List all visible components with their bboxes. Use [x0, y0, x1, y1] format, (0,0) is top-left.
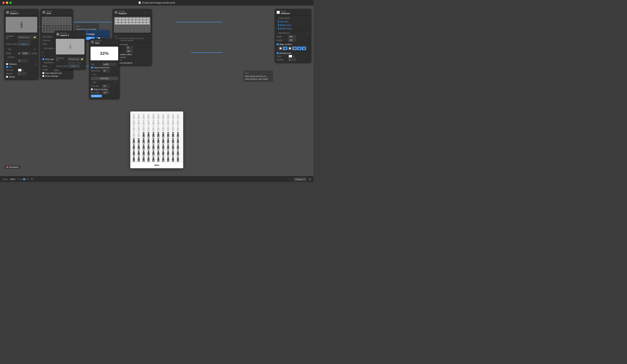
artboard-opacity-input[interactable]	[288, 58, 296, 61]
svg-point-75	[153, 120, 154, 121]
svg-point-283	[162, 150, 164, 152]
graphics-file-picker[interactable]: Person1.svg 📁	[18, 36, 37, 39]
text-check[interactable]: ✓	[111, 41, 114, 44]
align-left-btn[interactable]: ⬜	[278, 47, 283, 50]
svg-rect-50	[168, 118, 169, 119]
svg-rect-272	[148, 152, 150, 154]
close-button[interactable]	[2, 1, 5, 4]
text-size-icon[interactable]: ⤢	[115, 81, 116, 83]
import2-check[interactable]: ✓	[78, 33, 81, 36]
import2-more[interactable]: ⋯	[81, 33, 84, 36]
align-middle-btn[interactable]: ⬛	[297, 47, 301, 50]
font-size-input[interactable]	[103, 85, 109, 88]
bg-color-swatch[interactable]	[289, 55, 292, 57]
svg-rect-298	[178, 154, 179, 156]
width-input[interactable]	[22, 52, 30, 55]
background-check[interactable]	[277, 52, 279, 54]
svg-rect-65	[138, 124, 139, 125]
fill-checkbox[interactable]	[6, 66, 8, 68]
artboard-more[interactable]: ⋯	[307, 11, 309, 14]
svg-rect-102	[134, 130, 135, 131]
animation-button[interactable]: Animation	[4, 165, 21, 169]
font-picker-btn[interactable]: Arial Bold	[91, 77, 118, 80]
import-mode-dropdown[interactable]: ● Paths ▼	[18, 43, 30, 46]
x-input[interactable]	[18, 59, 27, 62]
change-more[interactable]: ⋯	[147, 11, 150, 14]
align-center-h-btn[interactable]: ⬛	[283, 47, 287, 50]
text-value-input[interactable]	[103, 63, 116, 66]
svg-rect-68	[143, 122, 145, 124]
text-more[interactable]: ⋯	[115, 41, 118, 44]
auto-spacing-check[interactable]	[42, 58, 44, 60]
box-width-input[interactable]	[103, 91, 109, 94]
opacity-input[interactable]	[18, 72, 26, 75]
width-label: Width	[6, 52, 17, 54]
import1-check[interactable]: ✓	[31, 11, 33, 14]
size-plus[interactable]: +	[34, 48, 35, 51]
use-artboard-check[interactable]	[42, 72, 44, 74]
svg-point-203	[162, 138, 164, 140]
align-top-btn[interactable]: ⬛	[292, 47, 297, 50]
person-d-r8-10	[176, 156, 179, 162]
extra-settings-check[interactable]	[42, 75, 44, 77]
svg-rect-276	[153, 152, 155, 154]
align-right-btn[interactable]: ⬜	[288, 47, 292, 50]
svg-point-115	[153, 126, 154, 128]
display-button[interactable]: Display ▼	[294, 177, 307, 181]
person-d-r8-9	[171, 156, 175, 162]
middle-layer-row[interactable]: Middle layer	[277, 23, 309, 27]
svg-rect-294	[173, 154, 174, 156]
repeat-grid-more[interactable]: ⋯	[68, 11, 71, 14]
maximize-button[interactable]	[9, 1, 12, 4]
import2-file-picker[interactable]: Person2.svg 📁	[68, 57, 84, 61]
fullscreen-button[interactable]: ⛶	[289, 178, 292, 181]
adjust-tracking-check[interactable]	[91, 88, 93, 90]
fill-color-swatch[interactable]	[18, 69, 22, 71]
value-based-check[interactable]	[91, 67, 93, 69]
person-d-r6-7	[162, 144, 165, 150]
expand-button[interactable]: ⊞	[309, 178, 311, 181]
svg-rect-8	[43, 11, 44, 12]
change-check[interactable]: ✓	[144, 11, 147, 14]
svg-rect-137	[177, 130, 178, 131]
val-number-field[interactable]	[103, 69, 109, 72]
align-center-btn[interactable]: ≡ Center ▼	[91, 95, 102, 97]
artboard-height-input[interactable]	[288, 39, 296, 42]
align-bottom-btn[interactable]: ⬛	[302, 47, 306, 50]
svg-rect-286	[163, 154, 164, 156]
import2-mode-dropdown[interactable]: ● Paths ▼	[68, 64, 80, 68]
value-slider[interactable]	[96, 37, 105, 38]
bottom-layer-row[interactable]: Bottom layer	[277, 27, 309, 30]
artboard-size-icon[interactable]: ⤢	[306, 32, 308, 34]
select-input[interactable]	[126, 46, 133, 49]
import1-more[interactable]: ⋯	[34, 11, 37, 14]
artboard-opacity-label: Opacity	[277, 58, 287, 61]
svg-rect-289	[167, 154, 168, 156]
middle-layer-indicator	[278, 24, 279, 26]
svg-rect-62	[134, 124, 135, 125]
person-w-27	[162, 126, 165, 131]
person-d-r7-3	[142, 150, 145, 156]
svg-rect-54	[173, 118, 174, 119]
svg-rect-338	[178, 160, 179, 162]
svg-point-119	[157, 126, 159, 128]
rotation-checkbox[interactable]	[6, 63, 8, 65]
zoom-slider[interactable]	[17, 179, 29, 179]
fit-button[interactable]: Fit	[31, 178, 33, 180]
skip-input[interactable]	[126, 50, 133, 53]
svg-rect-330	[168, 160, 169, 162]
stroke-checkbox[interactable]	[6, 76, 8, 78]
columns-label: Columns	[42, 39, 53, 42]
svg-rect-258	[178, 148, 179, 150]
import1-header: Element Import 1 ✓ ⋯	[4, 9, 38, 16]
align-content-check[interactable]	[277, 43, 279, 45]
repeat-grid-check[interactable]: ✓	[65, 11, 68, 14]
svg-rect-222	[134, 148, 135, 150]
top-layer-row[interactable]: Top layer	[277, 20, 309, 23]
svg-point-67	[143, 120, 144, 121]
font-label: Font	[93, 73, 96, 76]
minimize-button[interactable]	[6, 1, 8, 4]
artboard-width-input[interactable]	[288, 35, 296, 38]
value-more[interactable]: ⋯	[105, 32, 108, 35]
person-d-r5-5	[152, 138, 155, 144]
